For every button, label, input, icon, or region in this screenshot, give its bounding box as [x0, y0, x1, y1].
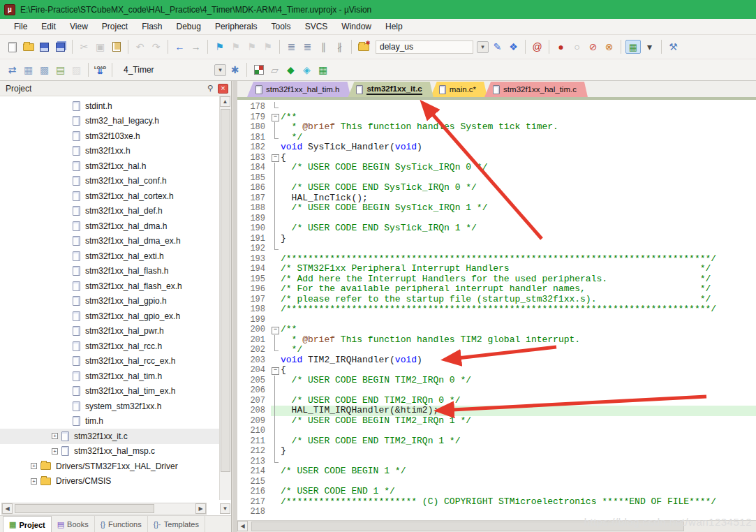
stop-build-icon[interactable]: ▨ [69, 63, 84, 77]
scroll-left-button[interactable]: ◀ [237, 521, 248, 531]
menu-tools[interactable]: Tools [265, 20, 298, 34]
debug-windows-icon[interactable]: ▦ [625, 40, 641, 54]
menu-flash[interactable]: Flash [135, 20, 169, 34]
code-line[interactable]: 188 /* USER CODE BEGIN SysTick_IRQn 1 */ [237, 203, 756, 214]
panel-tab-project[interactable]: ▦Project [3, 516, 52, 532]
menu-file[interactable]: File [7, 20, 34, 34]
code-line[interactable]: 181 */ [237, 133, 756, 143]
editor-tab-stm32f1xx-hal-tim-c[interactable]: stm32f1xx_hal_tim.c [484, 82, 588, 97]
code-line[interactable]: 197/* please refer to the startup file (… [237, 295, 756, 305]
code-line[interactable]: 184 /* USER CODE BEGIN SysTick_IRQn 0 */ [237, 163, 756, 173]
edit-document-icon[interactable]: ✎ [490, 40, 505, 54]
tree-item-drivers-cmsis[interactable]: +Drivers/CMSIS [0, 474, 219, 489]
tree-item-stm32f1xx-hal-dma-h[interactable]: stm32f1xx_hal_dma.h [0, 219, 219, 234]
cut-icon[interactable]: ✂ [77, 40, 91, 54]
panel-tab-books[interactable]: ▤Books [52, 516, 95, 532]
menu-debug[interactable]: Debug [170, 20, 208, 34]
software-components-icon[interactable]: ▦ [316, 63, 330, 77]
menu-help[interactable]: Help [378, 20, 410, 34]
code-line[interactable]: 212} [237, 446, 756, 457]
save-icon[interactable] [37, 40, 52, 54]
menu-project[interactable]: Project [95, 20, 135, 34]
code-line[interactable]: 215 [237, 477, 756, 487]
start-stop-debug-icon[interactable]: @ [530, 40, 544, 54]
code-line[interactable]: 191} [237, 234, 756, 244]
tree-item-stm32f1xx-hal-exti-h[interactable]: stm32f1xx_hal_exti.h [0, 249, 219, 264]
uncomment-selection-icon[interactable]: ∦ [332, 40, 347, 54]
tree-vertical-scrollbar[interactable]: ▲ [219, 96, 231, 500]
tree-item-stm32f1xx-hal-flash-h[interactable]: stm32f1xx_hal_flash.h [0, 264, 219, 279]
navigate-forward-icon[interactable]: → [188, 40, 203, 54]
tree-item-stm32f1xx-hal-conf-h[interactable]: stm32f1xx_hal_conf.h [0, 174, 219, 189]
tree-item-stm32f1xx-hal-h[interactable]: stm32f1xx_hal.h [0, 158, 219, 174]
fold-margin[interactable] [271, 153, 281, 163]
code-line[interactable]: 190 /* USER CODE END SysTick_IRQn 1 */ [237, 223, 756, 234]
code-line[interactable]: 209 /* USER CODE BEGIN TIM2_IRQn 1 */ [237, 416, 756, 427]
tree-item-tim-h[interactable]: tim.h [0, 414, 219, 429]
fold-margin[interactable] [271, 365, 281, 376]
code-editor[interactable]: 178179/**180 * @brief This function hand… [237, 100, 756, 520]
code-line[interactable]: 202 */ [237, 345, 756, 355]
tree-item-stm32f1xx-it-c[interactable]: +stm32f1xx_it.c [0, 429, 219, 444]
menu-window[interactable]: Window [334, 20, 378, 34]
code-line[interactable]: 204{ [237, 365, 756, 376]
code-line[interactable]: 206 [237, 385, 756, 396]
windows-dropdown-caret[interactable]: ▾ [642, 40, 657, 54]
menu-edit[interactable]: Edit [34, 20, 63, 34]
tree-item-stm32f1xx-hal-gpio-ex-h[interactable]: stm32f1xx_hal_gpio_ex.h [0, 309, 219, 324]
tree-item-stm32f1xx-hal-tim-ex-h[interactable]: stm32f1xx_hal_tim_ex.h [0, 384, 219, 399]
scroll-left-button[interactable]: ◀ [2, 503, 13, 514]
menu-svcs[interactable]: SVCS [298, 20, 335, 34]
fold-margin[interactable] [271, 325, 281, 335]
panel-tab-templates[interactable]: {}·Templates [148, 516, 205, 532]
tree-item-stm32f1xx-hal-dma-ex-h[interactable]: stm32f1xx_hal_dma_ex.h [0, 234, 219, 249]
code-line[interactable]: 199 [237, 315, 756, 325]
clear-bookmarks-icon[interactable]: ⚑ [260, 40, 275, 54]
scroll-thumb[interactable] [221, 109, 230, 472]
expand-icon[interactable]: + [31, 478, 37, 485]
rebuild-icon[interactable]: ▩ [37, 63, 52, 77]
code-line[interactable]: 180 * @brief This function handles Syste… [237, 122, 756, 133]
code-line[interactable]: 192 [237, 244, 756, 254]
kill-all-breakpoints-icon[interactable]: ⊗ [602, 40, 616, 54]
code-line[interactable]: 211 /* USER CODE END TIM2_IRQn 1 */ [237, 436, 756, 447]
panel-tab-functions[interactable]: {}Functions [95, 516, 148, 532]
options-for-target-icon[interactable]: ✱ [228, 63, 242, 77]
code-line[interactable]: 193/************************************… [237, 254, 756, 265]
code-line[interactable]: 201 * @brief This function handles TIM2 … [237, 335, 756, 346]
scroll-right-button[interactable]: ▶ [195, 503, 206, 514]
manage-project-items-icon[interactable]: ▱ [267, 63, 282, 77]
new-file-icon[interactable] [5, 40, 20, 54]
code-line[interactable]: 216/* USER CODE END 1 */ [237, 487, 756, 497]
expand-icon[interactable]: + [31, 463, 37, 469]
find-dropdown-button[interactable]: ▾ [477, 41, 489, 53]
expand-icon[interactable]: + [52, 448, 58, 455]
target-dropdown-button[interactable]: ▾ [214, 64, 226, 76]
close-panel-icon[interactable]: × [218, 84, 228, 94]
outdent-icon[interactable]: ≣ [284, 40, 299, 54]
build-icon[interactable]: ▦ [21, 63, 36, 77]
code-line[interactable]: 200/** [237, 325, 756, 335]
translate-file-icon[interactable]: ⇄ [5, 63, 20, 77]
configure-wrench-icon[interactable]: ⚒ [666, 40, 681, 54]
code-line[interactable]: 208 HAL_TIM_IRQHandler(&htim2); [237, 406, 756, 416]
tree-item-system-stm32f1xx-h[interactable]: system_stm32f1xx.h [0, 399, 219, 414]
tree-item-stm32f1xx-hal-cortex-h[interactable]: stm32f1xx_hal_cortex.h [0, 189, 219, 204]
disable-all-breakpoints-icon[interactable]: ⊘ [586, 40, 600, 54]
enable-breakpoint-icon[interactable]: ○ [570, 40, 584, 54]
tree-item-drivers-stm32f1xx-hal-driver[interactable]: +Drivers/STM32F1xx_HAL_Driver [0, 459, 219, 474]
paste-icon[interactable] [109, 40, 124, 54]
tree-item-stm32f1xx-hal-rcc-ex-h[interactable]: stm32f1xx_hal_rcc_ex.h [0, 354, 219, 369]
code-line[interactable]: 196/* For the available peripheral inter… [237, 284, 756, 295]
find-input[interactable] [376, 40, 473, 54]
tree-item-stm32f1xx-hal-gpio-h[interactable]: stm32f1xx_hal_gpio.h [0, 294, 219, 309]
code-line[interactable]: 187 HAL_IncTick(); [237, 193, 756, 204]
comment-selection-icon[interactable]: ∥ [316, 40, 331, 54]
navigate-back-icon[interactable]: ← [172, 40, 187, 54]
editor-tab-main-c-[interactable]: main.c* [431, 82, 487, 97]
scroll-down-button[interactable]: ▼ [220, 503, 230, 514]
code-line[interactable]: 186 /* USER CODE END SysTick_IRQn 0 */ [237, 183, 756, 193]
code-line[interactable]: 198/************************************… [237, 304, 756, 315]
code-line[interactable]: 213 [237, 457, 756, 467]
code-line[interactable]: 214/* USER CODE BEGIN 1 */ [237, 466, 756, 477]
